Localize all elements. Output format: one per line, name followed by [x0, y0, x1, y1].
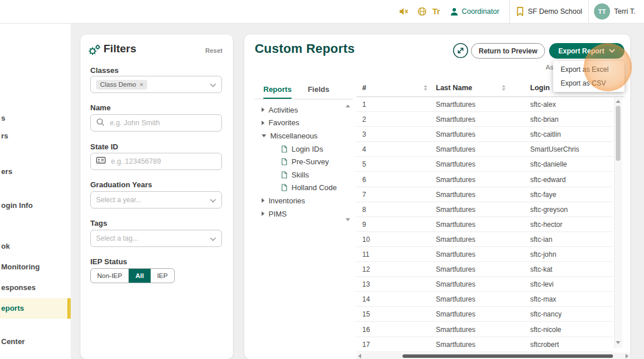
- sidebar-item-ogin-info[interactable]: ogin Info: [1, 200, 33, 211]
- sidebar-item-center[interactable]: Center: [1, 337, 25, 347]
- globe-icon[interactable]: [417, 0, 427, 23]
- sidebar-item-s[interactable]: s: [1, 113, 5, 123]
- tab-fields[interactable]: Fields: [308, 83, 329, 99]
- reset-filters-button[interactable]: Reset: [205, 47, 223, 54]
- table-row[interactable]: 7Smartfuturessftc-faye: [356, 187, 613, 202]
- chevron-down-icon: [210, 233, 216, 244]
- sidebar-item-ers[interactable]: ers: [1, 167, 13, 177]
- tree-item-activities[interactable]: Activities: [255, 103, 346, 117]
- table-row[interactable]: 17Smartfuturessftcrobert: [356, 337, 613, 352]
- school-selector[interactable]: SF Demo School: [516, 0, 582, 23]
- table-row[interactable]: 3Smartfuturessftc-caitlin: [356, 127, 613, 142]
- export-report-button[interactable]: Export Report: [549, 43, 624, 59]
- scroll-left-icon[interactable]: [358, 354, 361, 358]
- scroll-down-icon[interactable]: [346, 218, 350, 221]
- tree-item-login-ids[interactable]: Login IDs: [255, 142, 346, 156]
- tree-item-pre-survey[interactable]: Pre-Survey: [255, 155, 346, 168]
- sidebar-item-esponses[interactable]: esponses: [1, 283, 36, 293]
- name-search-input[interactable]: [109, 118, 216, 128]
- app-canvas: Tr Coordinator SF Demo School TT Terri T…: [0, 0, 644, 359]
- page-title: Custom Reports: [255, 41, 355, 56]
- table-row[interactable]: 4SmartfuturesSmartUserChris: [356, 142, 613, 157]
- graduation-years-placeholder: Select a year...: [96, 196, 141, 204]
- caret-down-icon: [262, 134, 266, 137]
- table-row[interactable]: 1Smartfuturessftc-alex: [356, 97, 613, 112]
- file-icon: [281, 184, 288, 191]
- cell-login-id: sftc-brian: [530, 115, 558, 123]
- table-row[interactable]: 12Smartfuturessftc-kat: [356, 262, 613, 277]
- mute-icon[interactable]: [399, 0, 409, 23]
- iep-option-non-iep[interactable]: Non-IEP: [91, 269, 129, 283]
- expand-icon[interactable]: [453, 43, 469, 59]
- return-to-preview-button[interactable]: Return to Preview: [471, 43, 545, 59]
- menu-item-export-as-excel[interactable]: Export as Excel: [553, 63, 624, 76]
- table-row[interactable]: 8Smartfuturessftc-greyson: [356, 202, 613, 217]
- tree-item-skills[interactable]: Skills: [255, 168, 346, 182]
- cell-login-id: sftcrobert: [530, 341, 559, 349]
- scroll-down-icon[interactable]: [616, 341, 620, 344]
- table-row[interactable]: 9Smartfuturessftc-hector: [356, 217, 613, 232]
- sidebar: srsersogin InfookMonitoringesponseseport…: [0, 23, 71, 359]
- tree-item-inventories[interactable]: Inventories: [255, 194, 346, 207]
- cell-login-id: sftc-alex: [530, 101, 556, 109]
- user-menu[interactable]: TT: [594, 0, 610, 23]
- scroll-right-icon[interactable]: [626, 354, 628, 358]
- sidebar-item-rs[interactable]: rs: [1, 131, 8, 141]
- cell-last-name: Smartfutures: [436, 326, 476, 334]
- tree-item-favorites[interactable]: Favorites: [255, 117, 346, 130]
- cell-row-number: 4: [362, 145, 366, 153]
- class-chip: Class Demo ×: [96, 80, 147, 90]
- cell-login-id: sftc-caitlin: [530, 130, 561, 138]
- cell-row-number: 14: [362, 295, 370, 303]
- menu-item-export-as-csv[interactable]: Export as CSV: [553, 76, 624, 90]
- role-indicator[interactable]: Coordinator: [450, 0, 499, 23]
- sidebar-item-monitoring[interactable]: Monitoring: [1, 262, 40, 272]
- table-row[interactable]: 14Smartfuturessftc-max: [356, 292, 613, 307]
- header-last-name: Last Name: [436, 84, 472, 92]
- table-row[interactable]: 5Smartfuturessftc-danielle: [356, 157, 613, 172]
- scroll-up-icon[interactable]: [346, 105, 350, 107]
- cell-login-id: sftc-hector: [530, 221, 562, 229]
- tree-item-label: PIMS: [269, 210, 287, 218]
- tree-item-miscellaneous[interactable]: Miscellaneous: [255, 129, 346, 142]
- tree-item-pims[interactable]: PIMS: [255, 207, 346, 221]
- filters-title: Filters: [103, 43, 136, 55]
- table-row[interactable]: 10Smartfuturessftc-ian: [356, 232, 613, 247]
- translate-icon[interactable]: Tr: [432, 0, 440, 23]
- graduation-years-select[interactable]: Select a year...: [90, 191, 222, 209]
- sort-icon-last-name[interactable]: [502, 85, 505, 91]
- cell-last-name: Smartfutures: [436, 310, 476, 318]
- table-row[interactable]: 13Smartfuturessftc-levi: [356, 277, 613, 292]
- table-row[interactable]: 16Smartfuturessftc-nicole: [356, 322, 613, 337]
- sidebar-item-ok[interactable]: ok: [1, 241, 10, 252]
- avatar[interactable]: TT: [594, 3, 610, 20]
- scroll-up-icon[interactable]: [616, 100, 620, 103]
- state-id-input[interactable]: [110, 157, 216, 166]
- cell-last-name: Smartfutures: [436, 206, 476, 214]
- cell-row-number: 15: [362, 310, 370, 318]
- cell-last-name: Smartfutures: [436, 250, 476, 258]
- filters-panel: Filters Reset Classes Class Demo × Name …: [80, 34, 233, 359]
- classes-multiselect[interactable]: Class Demo ×: [90, 76, 222, 93]
- tags-select[interactable]: Select a tag...: [90, 230, 222, 247]
- tree-item-holland-code[interactable]: Holland Code: [255, 182, 346, 195]
- sidebar-item-eports[interactable]: eports: [1, 303, 24, 314]
- iep-status-label: IEP Status: [90, 257, 127, 266]
- table-row[interactable]: 11Smartfuturessftc-john: [356, 247, 613, 262]
- iep-option-all[interactable]: All: [129, 269, 151, 283]
- vertical-scroll-thumb[interactable]: [616, 106, 620, 161]
- iep-option-iep[interactable]: IEP: [151, 269, 174, 283]
- table-row[interactable]: 6Smartfuturessftc-edward: [356, 172, 613, 187]
- tree-item-label: Favorites: [269, 118, 299, 127]
- cell-row-number: 2: [362, 115, 366, 123]
- tree-scrollbar[interactable]: [346, 103, 351, 225]
- cell-login-id: sftc-faye: [530, 191, 556, 199]
- table-row[interactable]: 15Smartfuturessftc-nancy: [356, 307, 613, 322]
- cell-row-number: 13: [362, 280, 370, 288]
- tab-reports[interactable]: Reports: [263, 83, 292, 99]
- filters-gear-icon: [87, 44, 101, 59]
- chip-remove-icon[interactable]: ×: [140, 81, 144, 88]
- horizontal-scroll-thumb[interactable]: [402, 354, 613, 358]
- table-row[interactable]: 2Smartfuturessftc-brian: [356, 112, 613, 127]
- sort-icon-first-name[interactable]: [424, 85, 427, 91]
